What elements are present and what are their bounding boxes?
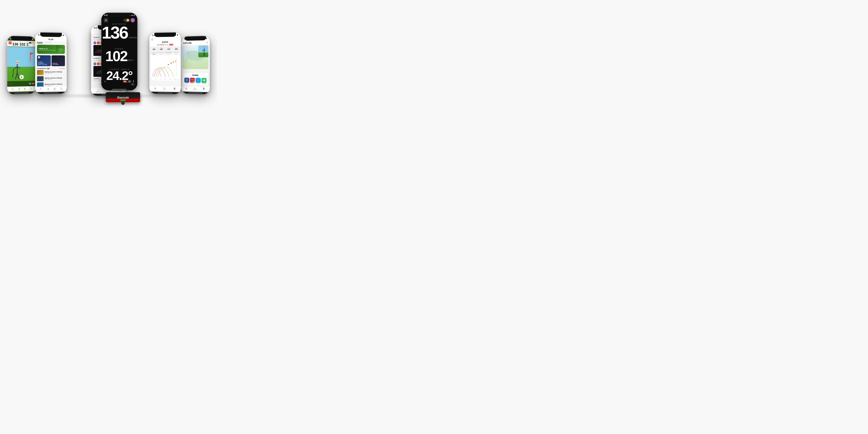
nav-st-profile[interactable]: 👤PROFILE: [173, 88, 176, 90]
tw-share[interactable]: 🐦 Twitter: [196, 78, 201, 84]
2d-badge[interactable]: 2D: [32, 83, 34, 84]
menu-icon[interactable]: ≡: [104, 80, 105, 83]
nav-play-active[interactable]: ⛳ PLAY: [24, 88, 26, 90]
explore-icon-exp: 🔍: [194, 87, 196, 89]
dark-toggle[interactable]: [29, 42, 31, 43]
home-indicator-explore: [188, 92, 203, 93]
nav-exp-explore[interactable]: 🔍EXPLORE: [193, 87, 196, 90]
completed-link[interactable]: Completed: [60, 68, 65, 69]
free-play-card[interactable]: FREE PLAY UNLIMITED SHOTS & NO TIME LIMI…: [37, 45, 65, 54]
profile-lbl-st: PROFILE: [173, 89, 176, 90]
drive-challenge-card[interactable]: LONG DR...CHALLENGE: [51, 55, 65, 66]
club-p-1: P: [93, 41, 96, 44]
club-7i-main[interactable]: 7i: [127, 82, 128, 83]
comp-item-2[interactable]: Weekly Long Drive Challenge 9 May - 16 M…: [37, 76, 65, 81]
sep-4: [175, 54, 178, 54]
nav-explore[interactable]: 🔍 EXPLORE: [29, 87, 32, 90]
wa-icon: 💬: [202, 78, 207, 83]
home-indicator-stats: [158, 92, 172, 93]
tab-practice[interactable]: Practice: [37, 41, 43, 43]
nav-play-sessions[interactable]: ≡SESSIONS: [39, 88, 43, 90]
share-section: SHARE f Facebook 📷 Instagram 🐦 Twitter: [183, 73, 209, 86]
play-lbl-p: PLAY: [54, 89, 55, 90]
comp-info-1: Weekly Long Drive Challenge 9 May - 16 M…: [45, 71, 65, 74]
stats-doc-row: 📋: [149, 37, 181, 41]
video-icon[interactable]: ▶: [29, 83, 31, 85]
flag: [31, 53, 34, 55]
device-button[interactable]: [121, 101, 125, 105]
competitions-section: Competitions 12 Completed Weekly Long Dr…: [37, 68, 65, 89]
stats-label: STATS: [18, 89, 20, 90]
comp-title-group: Competitions 12: [37, 68, 50, 69]
stat-cl-val-3: 172: [166, 48, 172, 50]
comp-date-1: 9 May - 16 May: [45, 73, 65, 74]
comp-count: 12: [47, 68, 50, 69]
light-toggle[interactable]: [32, 42, 35, 43]
main-bottom-controls: ≡ 2D ● ⬆: [101, 80, 137, 83]
top-eff-lbl-stats: TOP EFFICIENCY: [165, 52, 172, 53]
phone-play: 9:41 ▲▲▲ ▮ PLAY Practice Multiplayer: [35, 32, 66, 94]
golfer-photo-svg: [198, 45, 208, 57]
theme-toggle-main[interactable]: [123, 19, 129, 22]
explore-lbl-exp: EXPLORE: [193, 89, 196, 90]
rapsodo-device: Rapsodo: [105, 91, 141, 106]
nav-st-explore[interactable]: 🔍EXPLORE: [163, 87, 166, 90]
tw-label: Twitter: [197, 83, 199, 84]
time-main: 9:41: [104, 14, 108, 16]
nav-play-explore[interactable]: 🔍EXPLORE: [60, 88, 63, 90]
nav-st-play[interactable]: ⛳PLAY: [154, 87, 156, 90]
nav-play-play[interactable]: ⛳PLAY: [54, 88, 55, 90]
phone-explore: 9:41 ▲▲▲▮ EXPLORE ⬆ 71 RICKIE F. 62.com: [181, 36, 210, 95]
play-lbl-st: PLAY: [154, 89, 156, 90]
nav-stats[interactable]: 📊 STATS: [18, 88, 20, 90]
wa-share[interactable]: 💬 Whatsapp: [202, 78, 207, 84]
svg-text:75: 75: [160, 79, 161, 80]
pin-2d: 2D: [48, 64, 50, 65]
main-top-bar: R P: [101, 18, 137, 23]
distance-stat: YARDS 136: [12, 41, 18, 46]
stats-category-labels: DISTANCE SIDE EFFICIENCY TOP EFFICIENCY …: [151, 52, 180, 53]
club-4i-main[interactable]: 4i: [129, 82, 130, 83]
phone-main: 9:41 ▲▲▲wifi▮ R P DISTANCE 136 YARDS: [101, 13, 137, 90]
nav-play: ≡SESSIONS 📊STATS ⛳PLAY 🔍EXPLORE: [35, 86, 66, 92]
share-icon-main[interactable]: ⬆: [132, 80, 134, 83]
nav-sessions[interactable]: ≡ SESSIONS: [11, 88, 14, 90]
speed-num: 102: [105, 50, 127, 63]
play-icon-st: ⛳: [154, 87, 156, 89]
profile-avatar[interactable]: P: [130, 18, 135, 23]
svg-text:50: 50: [94, 54, 95, 55]
fb-share[interactable]: f Facebook: [184, 78, 189, 84]
profile-pill[interactable]: P: [131, 83, 134, 85]
club-8i-main[interactable]: 8i: [126, 82, 127, 83]
wa-label: Whatsapp: [202, 83, 206, 84]
sessions-nav-label: SESSIONS: [96, 91, 101, 92]
profile-icon-exp: 👤: [203, 88, 205, 89]
stat-club-3: 7i ● 172: [165, 46, 172, 51]
nav-sessions-sessions[interactable]: ≡ SESSIONS: [96, 89, 101, 92]
nav-exp-profile[interactable]: 👤PROFILE: [202, 88, 205, 90]
pin-challenge-card[interactable]: ⛳ CLOSESTTO THE PINIMPROVE YOUR GAME 2D: [37, 55, 51, 66]
share-icon-explore[interactable]: ⬆: [206, 41, 208, 43]
nav-play-stats[interactable]: 📊STATS: [47, 88, 49, 90]
tab-multiplayer[interactable]: Multiplayer: [44, 41, 52, 43]
stats-lbl-p: STATS: [47, 89, 49, 90]
nav-exp-play[interactable]: ⛳PLAY: [185, 87, 187, 90]
rapsodo-logo-area: R: [9, 41, 11, 44]
theme-toggle[interactable]: [29, 42, 34, 44]
comp-thumb-2: [37, 76, 43, 81]
period-btn[interactable]: 3M ▾: [169, 44, 173, 45]
svg-text:150: 150: [174, 79, 176, 80]
club-8i-2: 8i: [97, 62, 100, 65]
pin-title: CLOSESTTO THE PINIMPROVE YOUR GAME: [38, 61, 47, 65]
pin-card-header: ⛳: [38, 56, 50, 58]
speed-value: 102: [19, 42, 25, 46]
nav-stats-bar: ⛳PLAY 🔍EXPLORE 👤PROFILE: [149, 86, 181, 92]
free-play-2d: 2D: [61, 52, 64, 53]
ig-share[interactable]: 📷 Instagram: [190, 78, 195, 84]
nav-golfer: ≡ SESSIONS 📊 STATS ⛳ PLAY 🔍 EXPLORE: [7, 86, 36, 92]
comp-info-3: Weekly Long Drive Challenge 9 May - 16 M…: [45, 83, 65, 86]
comp-item-1[interactable]: Weekly Long Drive Challenge 9 May - 16 M…: [37, 70, 65, 75]
screen-golfer: 9:41 ▲▲▲ wifi ▮ R YARDS 136: [7, 36, 36, 92]
session-3-shots: 14 SHOTS: [93, 78, 100, 80]
screen-play: 9:41 ▲▲▲ ▮ PLAY Practice Multiplayer: [35, 32, 66, 92]
